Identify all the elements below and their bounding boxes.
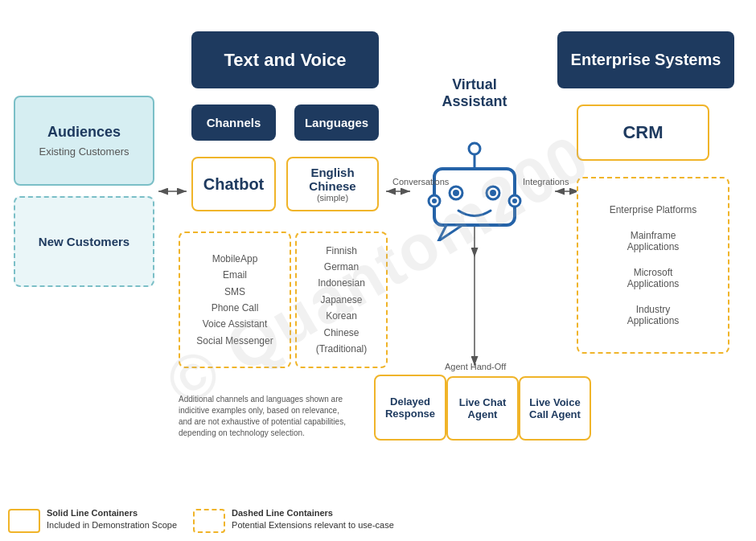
live-chat-agent-box: Live Chat Agent bbox=[446, 376, 519, 441]
crm-box: CRM bbox=[577, 105, 709, 161]
languages-dashed-box: Finnish German Indonesian Japanese Korea… bbox=[295, 232, 388, 368]
lang-german: German bbox=[316, 259, 368, 275]
english-chinese-label: English bbox=[310, 166, 354, 179]
new-customers-box: New Customers bbox=[14, 196, 154, 287]
existing-customers-box: Audiences Existing Customers bbox=[14, 96, 154, 186]
solid-legend-box bbox=[8, 509, 40, 533]
new-customers-label: New Customers bbox=[39, 235, 129, 248]
svg-point-12 bbox=[490, 190, 496, 196]
solid-legend-text: Solid Line Containers Included in Demons… bbox=[47, 507, 177, 532]
lang-indonesian: Indonesian bbox=[316, 275, 368, 291]
ep-item-4: IndustryApplications bbox=[627, 304, 680, 326]
channel-item-phonecall: Phone Call bbox=[196, 300, 273, 316]
note-text: Additional channels and languages shown … bbox=[179, 394, 351, 439]
dashed-legend-box bbox=[193, 509, 225, 533]
svg-point-18 bbox=[512, 199, 517, 203]
ep-item-1: Enterprise Platforms bbox=[610, 204, 697, 215]
legend-area: Solid Line Containers Included in Demons… bbox=[8, 507, 394, 533]
lang-korean: Korean bbox=[316, 308, 368, 324]
live-chat-agent-label: Live Chat Agent bbox=[448, 396, 517, 420]
languages-box: Languages bbox=[294, 105, 379, 141]
agent-handoff-label: Agent Hand-Off bbox=[445, 362, 506, 371]
channel-item-voiceassistant: Voice Assistant bbox=[196, 316, 273, 332]
channels-dashed-box: MobileApp Email SMS Phone Call Voice Ass… bbox=[179, 232, 291, 368]
audiences-title: Audiences bbox=[47, 124, 121, 141]
integrations-label: Integrations bbox=[523, 177, 569, 186]
text-voice-label: Text and Voice bbox=[224, 50, 346, 71]
channels-label: Channels bbox=[207, 116, 261, 129]
virtual-assistant-label: Virtual Assistant bbox=[434, 76, 515, 110]
channel-item-sms: SMS bbox=[196, 284, 273, 300]
chinese-label: Chinese bbox=[309, 179, 355, 193]
channel-item-email: Email bbox=[196, 267, 273, 283]
delayed-response-label: Delayed Response bbox=[376, 396, 445, 420]
svg-point-14 bbox=[469, 143, 480, 154]
svg-point-10 bbox=[453, 190, 459, 196]
existing-customers-label: Existing Customers bbox=[39, 145, 129, 158]
english-chinese-box: English Chinese (simple) bbox=[286, 157, 379, 211]
dashed-legend-item: Dashed Line Containers Potential Extensi… bbox=[193, 507, 394, 533]
live-voice-call-agent-box: Live Voice Call Agent bbox=[519, 376, 591, 441]
live-voice-call-agent-label: Live Voice Call Agent bbox=[520, 396, 590, 420]
chatbot-label: Chatbot bbox=[203, 175, 265, 194]
channel-item-socialmessenger: Social Messenger bbox=[196, 333, 273, 349]
enterprise-systems-label: Enterprise Systems bbox=[571, 51, 721, 69]
lang-japanese: Japanese bbox=[316, 292, 368, 308]
enterprise-systems-header: Enterprise Systems bbox=[557, 31, 734, 88]
text-voice-header: Text and Voice bbox=[191, 31, 379, 88]
svg-marker-8 bbox=[438, 225, 462, 241]
delayed-response-box: Delayed Response bbox=[374, 375, 446, 441]
svg-point-16 bbox=[432, 199, 437, 203]
ep-item-2: MainframeApplications bbox=[627, 230, 680, 252]
lang-finnish: Finnish bbox=[316, 243, 368, 259]
channels-box: Channels bbox=[191, 105, 276, 141]
languages-label: Languages bbox=[305, 116, 368, 129]
chinese-simple-note: (simple) bbox=[317, 193, 348, 203]
chatbot-box: Chatbot bbox=[191, 157, 276, 211]
enterprise-platforms-box: Enterprise Platforms MainframeApplicatio… bbox=[577, 177, 729, 354]
conversations-label: Conversations bbox=[392, 177, 449, 186]
crm-label: CRM bbox=[622, 122, 663, 143]
ep-item-3: MicrosoftApplications bbox=[627, 267, 680, 289]
solid-legend-item: Solid Line Containers Included in Demons… bbox=[8, 507, 177, 533]
dashed-legend-text: Dashed Line Containers Potential Extensi… bbox=[232, 507, 394, 532]
lang-chinese-trad: Chinese(Traditional) bbox=[316, 325, 368, 358]
channel-item-mobileapp: MobileApp bbox=[196, 251, 273, 267]
